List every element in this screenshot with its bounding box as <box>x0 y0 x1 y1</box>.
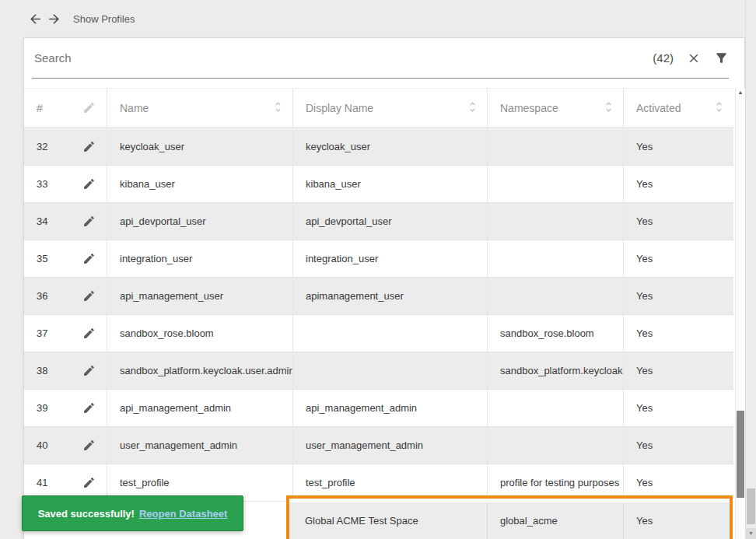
clear-search-button[interactable] <box>687 51 701 65</box>
cell-name: api_management_user <box>107 278 293 314</box>
cell-display-name: user_management_admin <box>293 427 488 464</box>
cell-activated: Yes <box>624 352 733 389</box>
filter-button[interactable] <box>714 51 729 65</box>
column-header-namespace[interactable]: Namespace <box>488 89 624 127</box>
cell-activated: Yes <box>623 502 730 539</box>
column-header-name[interactable]: Name <box>107 89 293 127</box>
table-row[interactable]: 37 sandbox_rose.bloom sandbox_rose.bloom… <box>24 315 733 352</box>
cell-namespace <box>488 278 624 314</box>
search-input[interactable]: Search <box>34 51 72 65</box>
pencil-icon <box>82 177 96 191</box>
success-toast: Saved successfully! Reopen Datasheet <box>22 495 243 531</box>
pencil-icon <box>82 101 96 114</box>
forward-button[interactable] <box>45 10 62 27</box>
highlighted-row[interactable]: Global ACME Test Space global_acme Yes <box>286 495 733 539</box>
table-row[interactable]: 38 sandbox_platform.keycloak.user.admin … <box>24 352 733 390</box>
table-scrollbar[interactable]: ▲ <box>735 88 745 539</box>
edit-button[interactable] <box>71 128 107 165</box>
cell-display-name: integration_user <box>293 240 488 277</box>
cell-activated: Yes <box>624 390 733 426</box>
arrow-left-icon <box>28 12 43 26</box>
cell-display-name: apimanagement_user <box>293 278 488 314</box>
edit-button[interactable] <box>71 427 107 464</box>
arrow-right-icon <box>47 12 61 26</box>
edit-button[interactable] <box>71 240 107 277</box>
edit-button[interactable] <box>71 278 107 314</box>
table-row[interactable]: 34 api_devportal_user api_devportal_user… <box>24 203 733 240</box>
pencil-icon <box>82 289 96 303</box>
row-number: 40 <box>24 427 71 464</box>
edit-button[interactable] <box>71 352 107 389</box>
row-number: 37 <box>24 315 71 352</box>
app-window: Show Profiles Search (42) # Name Display… <box>0 0 756 539</box>
cell-display-name: api_management_admin <box>293 390 488 426</box>
cell-name: kibana_user <box>107 166 293 202</box>
cell-name: sandbox_platform.keycloak.user.admin <box>107 352 293 389</box>
cell-activated: Yes <box>624 427 733 464</box>
cell-namespace <box>488 427 624 464</box>
cell-namespace <box>488 128 624 165</box>
row-number: 33 <box>24 166 71 202</box>
page-scrollbar-thumb[interactable] <box>747 488 755 524</box>
cell-name: api_devportal_user <box>107 203 293 240</box>
back-button[interactable] <box>26 10 44 27</box>
row-number: 36 <box>24 278 71 314</box>
table-row[interactable]: 39 api_management_admin api_management_a… <box>24 390 733 427</box>
row-number: 35 <box>24 240 71 277</box>
column-header-activated[interactable]: Activated <box>624 89 733 127</box>
edit-button[interactable] <box>71 315 107 352</box>
pencil-icon <box>82 327 96 340</box>
search-bar: Search (42) <box>32 38 729 79</box>
sort-icon[interactable] <box>602 100 615 116</box>
sort-icon[interactable] <box>271 100 285 116</box>
cell-namespace <box>488 203 624 240</box>
column-header-number[interactable]: # <box>24 89 71 127</box>
row-number: 34 <box>24 203 71 240</box>
column-header-display-name[interactable]: Display Name <box>293 89 488 127</box>
cell-display-name <box>293 352 488 389</box>
cell-activated: Yes <box>624 166 733 202</box>
table-row[interactable]: 32 keycloak_user keycloak_user Yes <box>24 128 733 166</box>
page-scrollbar[interactable]: ▼ <box>745 0 756 539</box>
cell-name: user_management_admin <box>107 427 293 464</box>
cell-display-name: keycloak_user <box>293 128 488 165</box>
cell-activated: Yes <box>624 240 733 277</box>
toast-message: Saved successfully! <box>38 508 135 520</box>
table-body: 32 keycloak_user keycloak_user Yes 33 ki… <box>24 128 733 502</box>
sort-icon[interactable] <box>466 100 479 116</box>
cell-name: api_management_admin <box>107 390 293 426</box>
scroll-up-arrow-icon[interactable]: ▲ <box>736 89 745 95</box>
cell-namespace <box>488 166 624 202</box>
pencil-icon <box>82 476 96 489</box>
pencil-icon <box>82 215 96 228</box>
edit-button[interactable] <box>71 390 107 426</box>
edit-button[interactable] <box>71 166 107 202</box>
sort-icon[interactable] <box>712 100 726 116</box>
cell-display-name: kibana_user <box>293 166 488 202</box>
table-row[interactable]: 36 api_management_user apimanagement_use… <box>24 278 733 315</box>
result-count: (42) <box>653 51 674 65</box>
cell-namespace: global_acme <box>487 502 623 539</box>
row-number: 38 <box>24 352 71 389</box>
cell-name: keycloak_user <box>107 128 293 165</box>
cell-display-name <box>293 315 488 352</box>
pencil-icon <box>82 252 96 265</box>
table-row[interactable]: 33 kibana_user kibana_user Yes <box>24 166 733 203</box>
close-icon <box>687 51 701 65</box>
row-number: 32 <box>24 128 71 165</box>
pencil-icon <box>82 439 96 452</box>
cell-activated: Yes <box>624 278 733 314</box>
table-row[interactable]: 35 integration_user integration_user Yes <box>24 240 733 278</box>
table-header: # Name Display Name Namespace Activated <box>24 88 733 128</box>
reopen-datasheet-link[interactable]: Reopen Datasheet <box>139 508 227 520</box>
table-row[interactable]: 40 user_management_admin user_management… <box>24 427 733 464</box>
cell-display-name: Global ACME Test Space <box>289 502 487 539</box>
cell-activated: Yes <box>624 203 733 240</box>
filter-icon <box>714 51 729 65</box>
cell-activated: Yes <box>624 128 733 165</box>
edit-button[interactable] <box>71 203 107 240</box>
table-scrollbar-thumb[interactable] <box>737 411 744 498</box>
pencil-icon <box>82 364 96 377</box>
scroll-down-arrow-icon[interactable]: ▼ <box>746 528 756 539</box>
cell-namespace: sandbox_platform.keycloak.user.admin <box>488 352 624 389</box>
